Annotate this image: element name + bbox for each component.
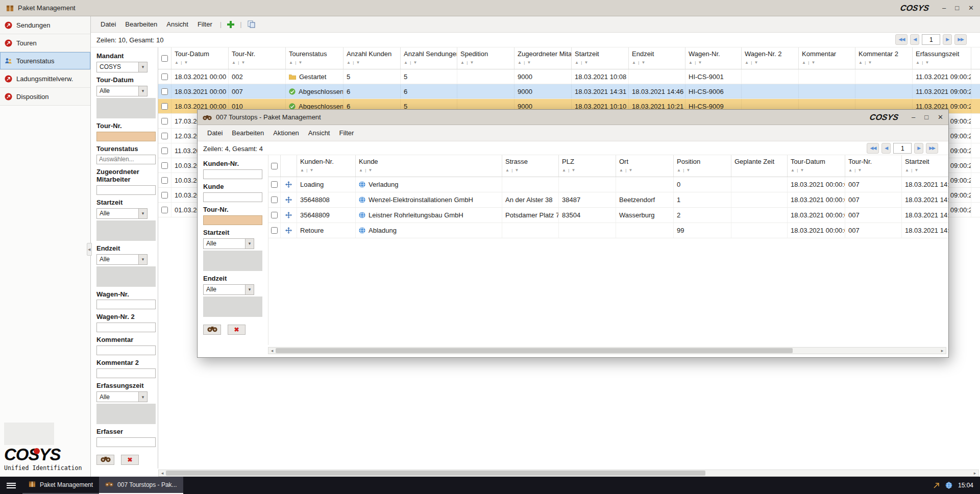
taskbar-task-paket-management[interactable]: Paket Management: [22, 477, 99, 494]
clear-filter-button[interactable]: ✖: [121, 455, 139, 465]
table-row[interactable]: LoadingVerladung018.03.2021 00:00:000071…: [268, 177, 948, 192]
select-all-checkbox[interactable]: [271, 163, 278, 169]
column-header[interactable]: Position▲ | ▼: [674, 155, 731, 177]
sort-desc-icon[interactable]: ▼: [309, 168, 314, 172]
sort-asc-icon[interactable]: ▲: [802, 60, 806, 65]
column-header[interactable]: Anzahl Sendungen▲ | ▼: [401, 47, 457, 69]
next-page-button[interactable]: ▶: [914, 143, 923, 154]
row-checkbox[interactable]: [161, 207, 168, 213]
column-header[interactable]: Endzeit▲ | ▼: [629, 47, 685, 69]
table-row[interactable]: 18.03.2021 00:00007Abgeschlossen66900018…: [158, 84, 980, 99]
column-header[interactable]: Startzeit▲ | ▼: [902, 155, 948, 177]
dialog-horizontal-scrollbar[interactable]: ◂ ▸: [268, 347, 946, 354]
column-header[interactable]: Tour-Nr.▲ | ▼: [845, 155, 902, 177]
sort-desc-icon[interactable]: ▼: [811, 60, 816, 65]
sort-asc-icon[interactable]: ▲: [518, 60, 522, 65]
sort-desc-icon[interactable]: ▼: [628, 168, 633, 172]
sort-asc-icon[interactable]: ▲: [300, 168, 305, 172]
main-horizontal-scrollbar[interactable]: ◂ ▸: [158, 470, 979, 477]
row-checkbox[interactable]: [271, 227, 278, 234]
sidebar-item-sendungen[interactable]: Sendungen: [0, 16, 90, 34]
menu-item-datei[interactable]: Datei: [203, 127, 227, 139]
prev-page-button[interactable]: ◀: [910, 34, 919, 45]
erfasser-input[interactable]: [96, 437, 156, 447]
row-checkbox[interactable]: [271, 196, 278, 203]
row-checkbox[interactable]: [161, 192, 168, 199]
scroll-left-icon[interactable]: ◂: [268, 348, 276, 354]
row-checkbox[interactable]: [161, 103, 168, 110]
sort-asc-icon[interactable]: ▲: [505, 168, 510, 172]
sort-asc-icon[interactable]: ▲: [791, 168, 795, 172]
tour-nr-input[interactable]: [203, 215, 262, 225]
menu-item-bearbeiten[interactable]: Bearbeiten: [120, 18, 162, 31]
erfassungszeit-select[interactable]: Alle▾: [96, 391, 148, 402]
menu-item-filter[interactable]: Filter: [334, 127, 358, 139]
endzeit-select[interactable]: Alle▾: [203, 284, 254, 295]
row-checkbox[interactable]: [161, 133, 168, 139]
dialog-close-button[interactable]: ✕: [938, 113, 943, 121]
dialog-minimize-button[interactable]: –: [912, 113, 915, 121]
table-row[interactable]: 35648808Wenzel-Elektroinstallationen Gmb…: [268, 192, 948, 208]
scroll-left-icon[interactable]: ◂: [159, 470, 166, 476]
last-page-button[interactable]: ▶▶: [954, 34, 967, 45]
sort-desc-icon[interactable]: ▼: [368, 168, 373, 172]
sidebar-item-tourenstatus[interactable]: Tourenstatus: [0, 52, 90, 70]
kommentar-input[interactable]: [96, 345, 156, 355]
row-checkbox[interactable]: [161, 88, 168, 95]
zugeordneter-mitarbeiter-input[interactable]: [96, 185, 156, 195]
sort-asc-icon[interactable]: ▲: [460, 60, 465, 65]
row-checkbox[interactable]: [161, 162, 168, 169]
sort-asc-icon[interactable]: ▲: [916, 60, 920, 65]
page-number-input[interactable]: [922, 34, 940, 45]
sidebar-item-touren[interactable]: Touren: [0, 34, 90, 52]
sort-desc-icon[interactable]: ▼: [641, 60, 646, 65]
column-header[interactable]: Anzahl Kunden▲ | ▼: [344, 47, 401, 69]
column-header[interactable]: Wagen-Nr. 2▲ | ▼: [742, 47, 799, 69]
mandant-select[interactable]: COSYS▾: [96, 62, 148, 72]
tray-indicator-icon[interactable]: [933, 482, 940, 489]
column-header[interactable]: Tour-Datum▲ | ▼: [172, 47, 229, 69]
tour-nr-input[interactable]: [96, 132, 156, 141]
last-page-button[interactable]: ▶▶: [926, 143, 938, 154]
sort-desc-icon[interactable]: ▼: [914, 168, 919, 172]
prev-page-button[interactable]: ◀: [881, 143, 891, 154]
column-header[interactable]: Kommentar 2▲ | ▼: [855, 47, 913, 69]
move-icon[interactable]: [285, 227, 292, 234]
tour-datum-select[interactable]: Alle▾: [96, 86, 148, 96]
startzeit-select[interactable]: Alle▾: [96, 208, 148, 219]
endzeit-select[interactable]: Alle▾: [96, 254, 148, 265]
column-header[interactable]: Strasse▲ | ▼: [502, 155, 559, 177]
add-button[interactable]: [225, 20, 237, 29]
sort-desc-icon[interactable]: ▼: [800, 168, 804, 172]
column-header[interactable]: Zugeordneter Mitarbeiter▲ | ▼: [514, 47, 572, 69]
sort-desc-icon[interactable]: ▼: [686, 168, 691, 172]
column-header[interactable]: Tourenstatus▲ | ▼: [286, 47, 344, 69]
column-header[interactable]: PLZ▲ | ▼: [559, 155, 616, 177]
first-page-button[interactable]: ◀◀: [895, 34, 908, 45]
row-checkbox[interactable]: [161, 177, 168, 184]
menu-item-ansicht[interactable]: Ansicht: [162, 18, 193, 31]
sidebar-item-ladungsmittelverw[interactable]: Ladungsmittelverw.: [0, 70, 90, 88]
column-header[interactable]: Kunden-Nr.▲ | ▼: [297, 155, 356, 177]
sort-asc-icon[interactable]: ▲: [677, 168, 681, 172]
column-header[interactable]: Wagen-Nr.▲ | ▼: [685, 47, 742, 69]
sort-asc-icon[interactable]: ▲: [289, 60, 293, 65]
sort-desc-icon[interactable]: ▼: [527, 60, 531, 65]
first-page-button[interactable]: ◀◀: [867, 143, 879, 154]
sort-asc-icon[interactable]: ▲: [175, 60, 179, 65]
sort-asc-icon[interactable]: ▲: [404, 60, 408, 65]
maximize-button[interactable]: □: [955, 4, 959, 12]
wagen-nr-2-input[interactable]: [96, 323, 156, 332]
sort-desc-icon[interactable]: ▼: [470, 60, 474, 65]
kommentar-2-input[interactable]: [96, 368, 156, 378]
menu-item-datei[interactable]: Datei: [96, 18, 120, 31]
move-icon[interactable]: [285, 181, 292, 188]
column-header[interactable]: Kommentar▲ | ▼: [799, 47, 855, 69]
sort-desc-icon[interactable]: ▼: [925, 60, 929, 65]
copy-button[interactable]: [245, 19, 258, 29]
column-header[interactable]: Tour-Nr.▲ | ▼: [229, 47, 286, 69]
taskbar-menu-button[interactable]: [0, 477, 22, 494]
tourenstatus-input[interactable]: [96, 155, 156, 164]
column-header[interactable]: Startzeit▲ | ▼: [572, 47, 629, 69]
scroll-track[interactable]: [276, 348, 939, 354]
